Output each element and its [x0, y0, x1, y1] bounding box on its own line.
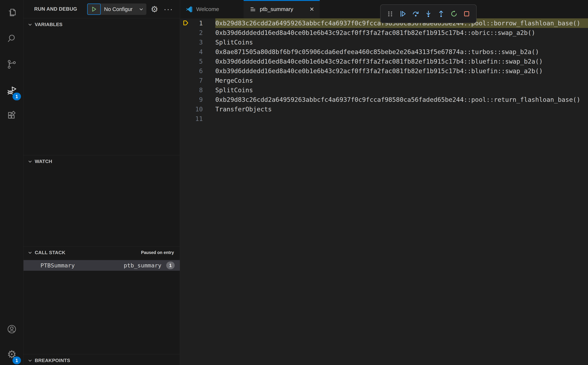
sidebar-title: RUN AND DEBUG — [34, 6, 77, 12]
step-out-icon — [438, 10, 445, 17]
search-icon[interactable] — [0, 28, 23, 49]
breakpoint-gutter[interactable] — [180, 56, 190, 66]
code-line-4[interactable]: 4 0x8ae871505a80d8bf6bf9c05906cda6edfeea… — [180, 47, 588, 56]
step-over-icon — [412, 10, 419, 17]
code-line-10[interactable]: 10 TransferObjects — [180, 104, 588, 114]
call-stack-section: CALL STACK Paused on entry PTBSummary pt… — [23, 246, 180, 354]
editor-group: Welcome ptb_summary ✕ — [180, 0, 588, 365]
vscode-window: 1 ⚙ 1 RUN AND DEBUG — [0, 0, 588, 365]
step-over-button[interactable] — [411, 9, 421, 19]
close-icon[interactable]: ✕ — [309, 6, 314, 13]
breakpoint-gutter[interactable] — [180, 114, 190, 124]
source-control-icon[interactable] — [0, 54, 23, 75]
account-icon[interactable] — [0, 318, 23, 340]
code-line-8[interactable]: 8 SplitCoins — [180, 85, 588, 95]
breakpoint-gutter[interactable] — [180, 66, 190, 76]
list-file-icon — [249, 6, 256, 13]
code-line-7[interactable]: 7 MergeCoins — [180, 76, 588, 85]
frame-file: ptb_summary — [124, 262, 162, 269]
stop-button[interactable] — [461, 9, 472, 19]
breakpoint-gutter[interactable] — [180, 104, 190, 114]
launch-config-control: No Configur — [87, 3, 146, 15]
chevron-down-icon[interactable] — [139, 7, 144, 12]
breakpoint-gutter[interactable] — [180, 85, 190, 95]
watch-section-header[interactable]: WATCH — [23, 155, 180, 168]
extensions-icon[interactable] — [0, 105, 23, 126]
breakpoint-gutter[interactable] — [180, 18, 190, 28]
code-line-2[interactable]: 2 0xb39d6dddedd16ed8a40ce0b1e6b43c92acf0… — [180, 28, 588, 37]
call-stack-section-header[interactable]: CALL STACK Paused on entry — [23, 246, 180, 259]
start-debug-button[interactable] — [87, 3, 101, 15]
grip-icon — [387, 10, 394, 17]
breakpoint-gutter[interactable] — [180, 28, 190, 37]
settings-gear-icon[interactable]: ⚙ 1 — [0, 344, 23, 365]
code-line-3[interactable]: 3 SplitCoins — [180, 37, 588, 47]
chevron-down-icon — [28, 159, 33, 164]
step-into-icon — [425, 10, 432, 17]
run-and-debug-icon[interactable]: 1 — [0, 80, 23, 101]
variables-section-header[interactable]: VARIABLES — [23, 18, 180, 30]
breakpoint-gutter[interactable] — [180, 37, 190, 47]
tab-welcome[interactable]: Welcome — [180, 0, 244, 18]
continue-button[interactable] — [398, 9, 408, 19]
debug-sidebar: RUN AND DEBUG No Configur ⚙ ··· VARIABLE… — [23, 0, 180, 365]
sidebar-header: RUN AND DEBUG No Configur ⚙ ··· — [23, 0, 180, 18]
tab-label: ptb_summary — [260, 6, 293, 12]
explorer-icon[interactable] — [0, 2, 23, 23]
code-line-11[interactable]: 11 — [180, 114, 588, 124]
debug-toolbar — [380, 4, 477, 23]
code-line-9[interactable]: 9 0xb29d83c26cdd2a64959263abbcfc4a6937f0… — [180, 95, 588, 104]
code-line-5[interactable]: 5 0xb39d6dddedd16ed8a40ce0b1e6b43c92acf0… — [180, 56, 588, 66]
code-editor[interactable]: 1 0xb29d83c26cdd2a64959263abbcfc4a6937f0… — [180, 18, 588, 365]
continue-icon — [399, 10, 406, 17]
stop-icon — [463, 10, 470, 17]
breakpoint-gutter[interactable] — [180, 95, 190, 104]
current-line-pointer-icon — [182, 20, 189, 27]
breakpoints-section: BREAKPOINTS — [23, 354, 180, 365]
breakpoint-gutter[interactable] — [180, 76, 190, 85]
breakpoints-section-header[interactable]: BREAKPOINTS — [23, 354, 180, 365]
vscode-logo-icon — [185, 6, 193, 13]
debug-badge: 1 — [13, 93, 21, 100]
more-actions-icon[interactable]: ··· — [163, 0, 174, 18]
frame-badge: 1 — [166, 261, 175, 269]
restart-icon — [450, 10, 457, 17]
settings-badge: 1 — [13, 357, 21, 364]
restart-button[interactable] — [449, 9, 459, 19]
pause-status: Paused on entry — [141, 250, 174, 255]
debug-settings-gear-icon[interactable]: ⚙ — [149, 0, 160, 18]
activity-bar: 1 ⚙ 1 — [0, 0, 23, 365]
tab-ptb-summary[interactable]: ptb_summary ✕ — [244, 0, 320, 18]
breakpoint-gutter[interactable] — [180, 47, 190, 56]
tab-label: Welcome — [196, 6, 219, 12]
variables-section: VARIABLES — [23, 18, 180, 155]
frame-name: PTBSummary — [41, 262, 75, 269]
toolbar-drag-handle[interactable] — [385, 9, 395, 19]
stack-frame-row[interactable]: PTBSummary ptb_summary 1 — [23, 260, 180, 271]
step-out-button[interactable] — [436, 9, 446, 19]
chevron-down-icon — [28, 22, 33, 27]
code-line-6[interactable]: 6 0xb39d6dddedd16ed8a40ce0b1e6b43c92acf0… — [180, 66, 588, 76]
step-into-button[interactable] — [423, 9, 433, 19]
chevron-down-icon — [28, 250, 33, 255]
chevron-down-icon — [28, 358, 33, 363]
watch-section: WATCH — [23, 155, 180, 246]
config-dropdown[interactable]: No Configur — [101, 6, 133, 12]
